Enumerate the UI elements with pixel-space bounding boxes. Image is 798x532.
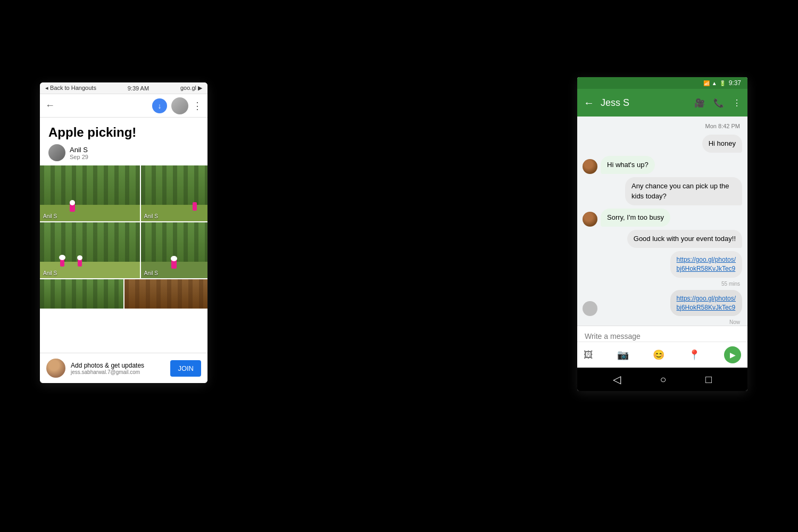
author-date: Sep 29 xyxy=(70,154,88,160)
album-author: Anil S Sep 29 xyxy=(48,144,199,161)
download-button[interactable]: ↓ xyxy=(152,98,167,113)
bubble-link-1[interactable]: https://goo.gl/photos/bj6HokR58KvJkTec9 xyxy=(670,251,742,278)
photo-2-label: Anil S xyxy=(144,213,158,219)
message-received-1: Hi what's up? xyxy=(583,156,742,174)
bubble-received-1: Hi what's up? xyxy=(601,156,655,174)
photo-2[interactable]: Anil S xyxy=(141,165,207,221)
wifi-icon: ▲ xyxy=(712,80,717,86)
back-to-hangouts[interactable]: ◂ Back to Hangouts xyxy=(45,85,96,92)
status-icons: 📶 ▲ 🔋 xyxy=(703,80,726,86)
chat-area: Mon 8:42 PM Hi honey Hi what's up? Any c… xyxy=(577,117,747,351)
join-title: Add photos & get updates xyxy=(71,362,165,369)
photo-3[interactable]: Anil S xyxy=(40,222,140,278)
chat-icons-row: 🖼 📷 😊 📍 ▶ xyxy=(577,342,747,368)
more-options-icon[interactable]: ⋮ xyxy=(733,98,741,108)
video-call-icon[interactable]: 🎥 xyxy=(694,98,705,108)
photo-4-label: Anil S xyxy=(144,270,158,276)
nav-bar: ◁ ○ □ xyxy=(577,368,747,391)
message-link-received: https://goo.gl/photos/bj6HokR58KvJkTec9 xyxy=(583,290,742,317)
header-icons: 🎥 📞 ⋮ xyxy=(694,98,741,108)
right-status-bar: 📶 ▲ 🔋 9:37 xyxy=(577,77,747,89)
received-avatar-1 xyxy=(583,159,597,174)
album-title: Apple picking! xyxy=(48,125,199,140)
bubble-link-2[interactable]: https://goo.gl/photos/bj6HokR58KvJkTec9 xyxy=(670,290,742,317)
right-header: ← Jess S 🎥 📞 ⋮ xyxy=(577,89,747,117)
join-email: jess.sabharwal.7@gmail.com xyxy=(71,369,165,375)
camera-icon[interactable]: 📷 xyxy=(617,349,629,361)
download-icon: ↓ xyxy=(158,102,162,110)
signal-icon: 📶 xyxy=(703,80,710,86)
photo-1[interactable]: Anil S xyxy=(40,165,140,221)
join-text: Add photos & get updates jess.sabharwal.… xyxy=(71,362,165,375)
url-bar[interactable]: goo.gl ▶ xyxy=(180,85,202,92)
photo-row-3 xyxy=(40,279,207,309)
toolbar-left: ← xyxy=(45,100,55,111)
back-nav-icon[interactable]: ◁ xyxy=(613,373,621,386)
photo-1-label: Anil S xyxy=(43,213,57,219)
message-input[interactable] xyxy=(585,332,740,340)
right-time: 9:37 xyxy=(729,79,741,87)
bubble-sent-1: Hi honey xyxy=(702,135,742,153)
received-avatar-2 xyxy=(583,212,597,227)
home-nav-icon[interactable]: ○ xyxy=(660,373,666,386)
voice-call-icon[interactable]: 📞 xyxy=(713,98,724,108)
photo-4[interactable]: Anil S xyxy=(141,222,207,278)
message-sent-3: Good luck with your event today!! xyxy=(583,230,742,248)
left-status-bar: ◂ Back to Hangouts 9:39 AM goo.gl ▶ xyxy=(40,82,207,94)
location-icon[interactable]: 📍 xyxy=(688,349,700,361)
join-bar: Add photos & get updates jess.sabharwal.… xyxy=(40,353,207,383)
user-avatar xyxy=(171,97,188,114)
sticker-icon[interactable]: 😊 xyxy=(653,349,664,361)
send-icon: ▶ xyxy=(730,351,736,359)
message-link-1: https://goo.gl/photos/bj6HokR58KvJkTec9 xyxy=(583,251,742,278)
gallery-icon[interactable]: 🖼 xyxy=(584,350,593,361)
join-button[interactable]: JOIN xyxy=(170,360,201,377)
author-info: Anil S Sep 29 xyxy=(70,146,88,160)
photo-3-label: Anil S xyxy=(43,270,57,276)
left-phone: ◂ Back to Hangouts 9:39 AM goo.gl ▶ ← ↓ … xyxy=(40,82,207,383)
main-container: ◂ Back to Hangouts 9:39 AM goo.gl ▶ ← ↓ … xyxy=(0,0,798,532)
photo-6[interactable] xyxy=(124,279,208,309)
message-sent-2: Any chance you can pick up the kids toda… xyxy=(583,177,742,205)
album-title-area: Apple picking! Anil S Sep 29 xyxy=(40,118,207,165)
message-sent-1: Hi honey xyxy=(583,135,742,153)
header-back-icon[interactable]: ← xyxy=(584,97,594,109)
photo-row-1: Anil S Anil S xyxy=(40,165,207,221)
left-time: 9:39 AM xyxy=(128,85,149,92)
time-label-1: 55 mins xyxy=(583,281,742,287)
bubble-sent-3: Good luck with your event today!! xyxy=(627,230,742,248)
recents-nav-icon[interactable]: □ xyxy=(705,373,712,386)
join-avatar xyxy=(46,359,65,378)
date-label: Mon 8:42 PM xyxy=(583,123,742,129)
author-avatar xyxy=(48,144,65,161)
toolbar-right: ↓ ⋮ xyxy=(152,97,202,114)
author-name: Anil S xyxy=(70,146,88,154)
time-label-2: Now xyxy=(583,319,742,325)
photo-5[interactable] xyxy=(40,279,123,309)
bubble-received-2: Sorry, I'm too busy xyxy=(601,209,670,227)
back-arrow-icon[interactable]: ← xyxy=(45,100,55,111)
right-phone: 📶 ▲ 🔋 9:37 ← Jess S 🎥 📞 ⋮ Mon 8:42 PM Hi… xyxy=(577,77,747,391)
message-received-2: Sorry, I'm too busy xyxy=(583,209,742,227)
bubble-sent-2: Any chance you can pick up the kids toda… xyxy=(625,177,742,205)
photo-row-2: Anil S Anil S xyxy=(40,222,207,278)
received-avatar-link xyxy=(583,301,597,316)
left-toolbar: ← ↓ ⋮ xyxy=(40,94,207,118)
contact-name: Jess S xyxy=(601,97,688,109)
battery-icon: 🔋 xyxy=(719,80,726,86)
photo-grid: Anil S Anil S Anil S xyxy=(40,165,207,310)
send-button[interactable]: ▶ xyxy=(724,346,741,363)
more-options-icon[interactable]: ⋮ xyxy=(193,100,202,112)
avatar-placeholder-1 xyxy=(652,263,667,278)
